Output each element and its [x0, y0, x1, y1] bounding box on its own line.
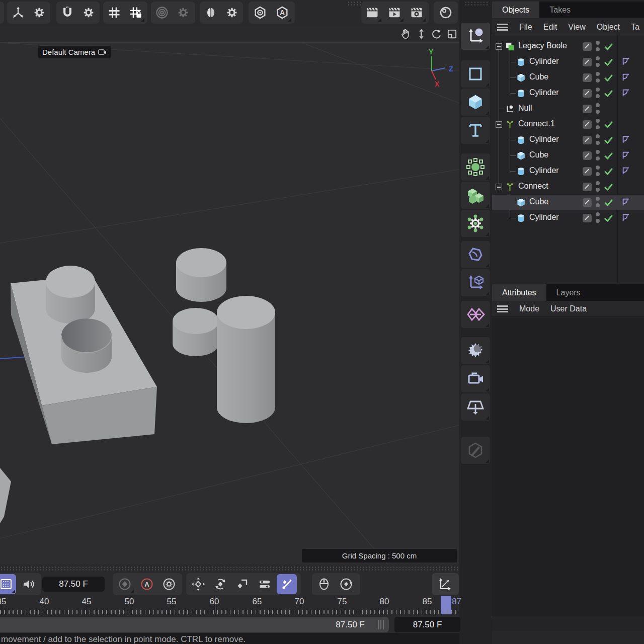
panel-menu-icon[interactable] [497, 24, 508, 31]
render-settings-button[interactable] [407, 3, 427, 23]
quantize-button[interactable] [152, 3, 172, 23]
object-name[interactable]: Cube [529, 150, 548, 159]
cube-primitive-button[interactable] [461, 89, 490, 116]
timeline-grip[interactable] [0, 566, 459, 571]
object-row-selected[interactable]: Cube [492, 195, 644, 210]
object-name[interactable]: Cube [529, 197, 548, 206]
pan-view-button[interactable] [399, 27, 413, 41]
object-name[interactable]: Cylinder [529, 57, 559, 66]
visibility-dots[interactable] [596, 212, 600, 225]
mograph-cloner-button[interactable] [461, 210, 490, 237]
text-spline-button[interactable] [461, 117, 490, 144]
edit-restriction-icon[interactable] [583, 58, 592, 66]
edit-restriction-icon[interactable] [583, 120, 592, 129]
object-row[interactable]: Legacy Boole [492, 39, 644, 54]
object-name[interactable]: Cylinder [529, 88, 559, 97]
menu-file[interactable]: File [519, 23, 532, 32]
rectangle-spline-button[interactable] [461, 60, 490, 88]
symmetry-object-button[interactable] [461, 301, 490, 328]
phong-tag-icon[interactable] [621, 167, 630, 176]
rotate-keys-button[interactable] [336, 574, 356, 594]
symmetry-gear-button[interactable] [222, 3, 242, 23]
object-name[interactable]: Connect [518, 182, 548, 191]
edit-restriction-icon[interactable] [583, 89, 592, 98]
quantize-gear-button[interactable] [173, 3, 193, 23]
range-grip[interactable] [378, 620, 385, 629]
snap-settings-gear-button[interactable] [78, 3, 99, 23]
axis-mode-button[interactable]: A [272, 3, 292, 23]
interactive-render-button[interactable] [436, 3, 456, 23]
visibility-dots[interactable] [596, 197, 600, 210]
object-row[interactable]: Cylinder [492, 54, 644, 70]
phong-tag-icon[interactable] [621, 213, 630, 222]
workplane-lock-button[interactable] [125, 3, 145, 23]
object-name[interactable]: Connect.1 [518, 119, 555, 128]
modeling-axis-button[interactable] [8, 3, 28, 23]
enabled-check-icon[interactable] [604, 89, 613, 98]
visibility-dots[interactable] [596, 41, 600, 54]
enabled-check-icon[interactable] [604, 135, 613, 145]
clipped-toolbar-button[interactable] [0, 2, 4, 24]
render-picture-viewer-button[interactable] [384, 3, 405, 23]
enabled-check-icon[interactable] [604, 167, 613, 176]
record-scale-button[interactable] [232, 574, 253, 594]
deformer-button[interactable] [461, 241, 490, 268]
edit-restriction-icon[interactable] [583, 73, 592, 82]
edit-restriction-icon[interactable] [583, 105, 592, 113]
visibility-dots[interactable] [596, 72, 600, 85]
symmetry-butterfly-button[interactable] [201, 3, 221, 23]
orbit-view-button[interactable] [430, 27, 443, 41]
modeling-settings-gear-button[interactable] [29, 3, 49, 23]
visibility-dots[interactable] [596, 134, 600, 147]
object-row[interactable]: Cylinder [492, 210, 644, 226]
sky-environment-button[interactable] [461, 337, 490, 364]
collapse-expander[interactable] [496, 184, 502, 190]
edit-restriction-icon[interactable] [583, 136, 592, 144]
array-generator-button[interactable] [461, 182, 490, 209]
edit-object-button[interactable] [461, 437, 490, 464]
record-keyframe-button[interactable] [115, 574, 135, 594]
tab-layers[interactable]: Layers [546, 284, 591, 301]
tab-attributes[interactable]: Attributes [492, 284, 546, 301]
viewport-solo-button[interactable] [250, 3, 270, 23]
camera-object-button[interactable] [461, 365, 490, 392]
autokeying-button[interactable]: A [137, 574, 157, 594]
menu-user-data[interactable]: User Data [550, 304, 587, 313]
object-row[interactable]: Connect [492, 179, 644, 195]
sound-button[interactable] [18, 574, 38, 594]
phong-tag-icon[interactable] [621, 89, 630, 98]
edit-restriction-icon[interactable] [583, 183, 592, 191]
object-name[interactable]: Legacy Boole [518, 41, 567, 50]
enabled-check-icon[interactable] [604, 42, 613, 51]
instance-button[interactable] [461, 269, 490, 296]
phong-tag-icon[interactable] [621, 151, 630, 160]
visibility-dots[interactable] [596, 166, 600, 179]
enabled-check-icon[interactable] [604, 198, 613, 207]
menu-object[interactable]: Object [597, 23, 620, 32]
edit-restriction-icon[interactable] [583, 151, 592, 160]
render-view-button[interactable] [362, 3, 382, 23]
keyframe-settings-button[interactable] [159, 574, 179, 594]
object-name[interactable]: Cube [529, 72, 548, 82]
edit-restriction-icon[interactable] [583, 214, 592, 222]
dolly-zoom-button[interactable] [415, 27, 428, 41]
phong-tag-icon[interactable] [621, 135, 630, 144]
object-row[interactable]: Null [492, 101, 644, 117]
marker-button[interactable] [0, 574, 16, 594]
tab-takes[interactable]: Takes [539, 2, 581, 18]
snap-magnet-button[interactable] [57, 3, 77, 23]
tab-objects[interactable]: Objects [492, 2, 539, 18]
phong-tag-icon[interactable] [621, 73, 630, 82]
object-row[interactable]: Cube [492, 148, 644, 164]
menu-view[interactable]: View [568, 23, 585, 32]
mograph-effector-button[interactable] [461, 153, 490, 181]
stage-object-button[interactable] [461, 393, 490, 421]
record-parameter-button[interactable] [255, 574, 275, 594]
panel-menu-icon[interactable] [497, 305, 508, 312]
visibility-dots[interactable] [596, 103, 600, 116]
enabled-check-icon[interactable] [604, 151, 613, 160]
mouse-input-button[interactable] [314, 574, 334, 594]
object-name[interactable]: Cylinder [529, 166, 559, 175]
enabled-check-icon[interactable] [604, 120, 613, 129]
enabled-check-icon[interactable] [604, 213, 613, 223]
